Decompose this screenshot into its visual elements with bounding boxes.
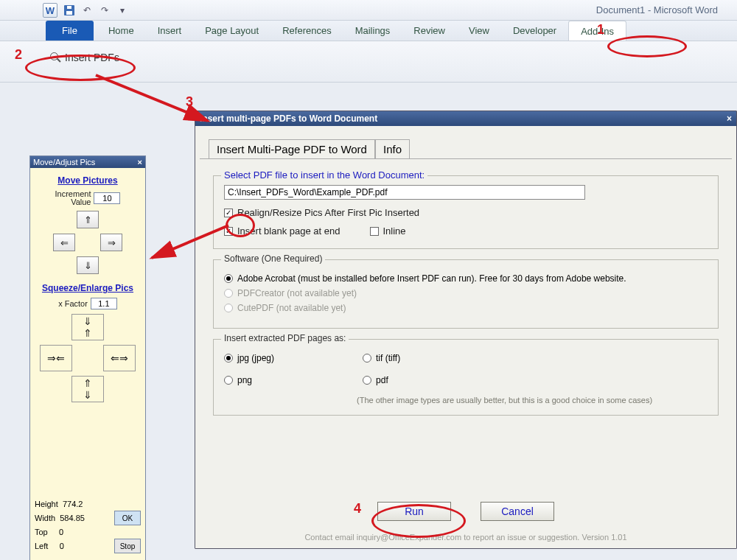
xfactor-label: x Factor [58,299,88,308]
undo-icon[interactable]: ↶ [80,3,94,18]
ribbon-body: Insert PDFs [0,41,737,83]
qat-dropdown-icon[interactable]: ▾ [115,3,130,18]
run-button[interactable]: Run [377,502,451,521]
select-pdf-legend: Select PDF file to insert in the Word Do… [221,169,427,181]
tab-insert[interactable]: Insert [146,21,194,41]
png-label: png [237,375,252,385]
adobe-label: Adobe Acrobat (must be installed before … [237,273,626,284]
dialog-buttons: Run Cancel [200,502,732,521]
dialog-close-icon[interactable]: × [727,113,732,124]
dialog-tabs: Insert Multi-Page PDF to Word Info [209,139,736,158]
height-value: 774.2 [63,500,83,508]
magnifier-icon [50,52,60,63]
move-pictures-header: Move Pictures [35,175,141,186]
pdfcreator-radio [224,289,233,298]
squeeze-horiz-out-button[interactable]: ⇐⇒ [103,345,136,371]
value-label: Value [55,198,91,206]
software-fieldset: Software (One Required) Adobe Acrobat (m… [213,259,719,329]
move-right-button[interactable]: ⇒ [100,234,122,251]
tab-review[interactable]: Review [402,21,457,41]
move-left-button[interactable]: ⇐ [53,234,75,251]
svg-rect-1 [66,11,72,15]
tab-developer[interactable]: Developer [501,21,568,41]
save-icon[interactable] [62,3,77,18]
palette-stats: Height 774.2 Width 584.85 OK Top 0 Left … [35,497,141,556]
tab-file[interactable]: File [46,21,94,41]
jpg-label: jpg (jpeg) [237,353,274,363]
pdf-label: pdf [376,375,388,385]
height-label: Height [35,500,58,508]
blank-page-checkbox[interactable] [224,227,233,236]
tab-page-layout[interactable]: Page Layout [193,21,270,41]
insert-pdfs-button[interactable]: Insert PDFs [50,52,119,63]
png-radio[interactable] [224,376,233,385]
adobe-radio[interactable] [224,274,233,283]
palette-stop-button[interactable]: Stop [114,539,141,553]
palette-titlebar: Move/Adjust Pics × [30,156,145,168]
cutepdf-radio [224,304,233,312]
format-legend: Insert extracted PDF pages as: [221,333,349,343]
pdf-path-input[interactable] [224,185,585,200]
redo-icon[interactable]: ↷ [97,3,112,18]
document-title: Document1 - Microsoft Word [596,4,718,15]
format-note: (The other image types are usually bette… [357,396,708,405]
dialog-footer: Contact email inquiry@OfficeExpander.com… [200,533,732,542]
move-up-button[interactable]: ⇑ [77,211,99,228]
left-label: Left [35,542,48,550]
blank-page-label: Insert blank page at end [237,225,340,237]
dialog-tab-insert[interactable]: Insert Multi-Page PDF to Word [209,139,375,158]
palette-title: Move/Adjust Pics [33,158,95,167]
select-pdf-fieldset: Select PDF file to insert in the Word Do… [213,175,719,249]
tab-home[interactable]: Home [97,21,146,41]
move-arrow-pad: ⇑ ⇐ ⇒ ⇓ [51,211,125,274]
pdfcreator-label: PDFCreator (not available yet) [237,288,357,298]
format-fieldset: Insert extracted PDF pages as: jpg (jpeg… [213,339,719,416]
palette-ok-button[interactable]: OK [114,511,141,525]
top-label: Top [35,528,48,536]
squeeze-pad: ⇓⇑ ⇑⇓ ⇒⇐ ⇐⇒ [40,314,136,402]
tif-label: tif (tiff) [376,353,400,363]
increment-value-input[interactable] [94,192,120,204]
palette-close-icon[interactable]: × [138,158,142,167]
title-bar: W ↶ ↷ ▾ Document1 - Microsoft Word [0,0,737,21]
tab-mailings[interactable]: Mailings [343,21,402,41]
left-value: 0 [60,542,64,550]
top-value: 0 [59,528,63,536]
cutepdf-label: CutePDF (not available yet) [237,303,346,313]
svg-rect-2 [67,6,71,9]
move-down-button[interactable]: ⇓ [77,256,99,274]
squeeze-header: Squeeze/Enlarge Pics [35,283,141,293]
cancel-button[interactable]: Cancel [481,502,554,521]
xfactor-input[interactable] [91,298,117,309]
quick-access-toolbar: ↶ ↷ ▾ [62,3,130,18]
dialog-body: Select PDF file to insert in the Word Do… [200,158,732,546]
annotation-number-3: 3 [186,94,193,110]
realign-checkbox[interactable] [224,209,233,217]
squeeze-vert-out-button[interactable]: ⇑⇓ [71,376,104,402]
software-legend: Software (One Required) [221,253,325,264]
word-app-icon: W [43,3,57,18]
realign-label: Realign/Resize Pics After First Pic Inse… [237,207,419,218]
dialog-tab-info[interactable]: Info [375,139,410,158]
insert-pdfs-label: Insert PDFs [65,52,119,63]
width-value: 584.85 [60,514,85,522]
tab-references[interactable]: References [270,21,343,41]
pdf-radio[interactable] [363,376,371,385]
squeeze-vert-in-button[interactable]: ⇓⇑ [71,314,104,340]
squeeze-horiz-in-button[interactable]: ⇒⇐ [40,345,72,371]
inline-label: Inline [383,225,406,237]
insert-pdf-dialog: Insert multi-page PDFs to Word Document … [195,111,737,549]
dialog-titlebar: Insert multi-page PDFs to Word Document … [195,111,736,126]
tif-radio[interactable] [363,354,371,363]
ribbon-tabs: File Home Insert Page Layout References … [0,21,737,41]
inline-checkbox[interactable] [370,227,379,236]
tab-view[interactable]: View [457,21,501,41]
width-label: Width [35,514,55,522]
jpg-radio[interactable] [224,354,233,363]
move-adjust-palette: Move/Adjust Pics × Move Pictures Increme… [29,155,146,560]
dialog-title: Insert multi-page PDFs to Word Document [200,113,377,124]
tab-add-ins[interactable]: Add-Ins [568,21,626,41]
